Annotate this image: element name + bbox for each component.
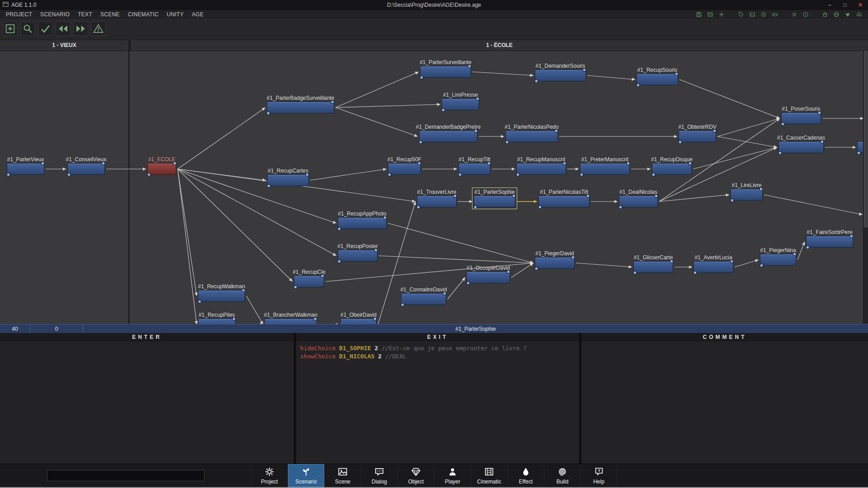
build-icon <box>557 466 567 477</box>
node-1-connaitredavid[interactable]: #1_ConnaitreDavid <box>401 293 446 305</box>
node-1-obeirdavid[interactable]: #1_ObeirDavid <box>340 319 377 324</box>
menu-age[interactable]: AGE <box>188 11 208 18</box>
taskbar: ProjectScenarioSceneDialogObjectPlayerCi… <box>0 464 868 487</box>
node-1-recupsouris[interactable]: #1_RecupSouris <box>637 74 678 85</box>
node-1-dealnicolas[interactable]: #1_DealNicolas <box>619 196 658 207</box>
node-1-occuperdavid[interactable]: #1_OccuperDavid <box>467 272 510 283</box>
node-1-parlervieux[interactable]: #1_ParlerVieux <box>7 163 44 175</box>
graph-scrollbar[interactable] <box>863 51 868 324</box>
menu-items: PROJECTSCENARIOTEXTSCENECINEMATICUNITYAG… <box>0 11 208 18</box>
taskbar-scene[interactable]: Scene <box>324 464 361 487</box>
graph-canvas[interactable]: #1_ParlerVieux#1_ConseilVieux#1_ECOLE#1_… <box>0 51 868 324</box>
menu-cinematic[interactable]: CINEMATIC <box>124 11 163 18</box>
toolbar <box>0 19 868 40</box>
validate-button[interactable] <box>38 21 53 36</box>
node-1-recuppiles[interactable]: #1_RecupPiles <box>198 319 236 324</box>
scene-icon <box>338 466 348 477</box>
svg-text:?: ? <box>598 468 600 473</box>
panel-bodies: hideChoice D1_SOPHIE 2 //Est-ce que je p… <box>0 342 868 464</box>
maximize-button[interactable]: □ <box>837 0 853 10</box>
node-1-trouverlivre[interactable]: #1_TrouverLivre <box>417 196 457 207</box>
add-button[interactable] <box>3 21 18 36</box>
menu-scenario[interactable]: SCENARIO <box>36 11 74 18</box>
node-1-recupdisque[interactable]: #1_RecupDisque <box>652 163 692 175</box>
project-icon <box>264 466 274 477</box>
enter-panel-body[interactable] <box>0 342 294 464</box>
node-1-recupmanuscrit[interactable]: #1_RecupManuscrit <box>516 163 566 175</box>
node-1-brancherwalkman[interactable]: #1_BrancherWalkman <box>264 319 317 324</box>
node-1-demandersouris[interactable]: #1_DemanderSouris <box>535 70 586 81</box>
save-icon[interactable] <box>693 11 704 19</box>
node-1-parlernicolastilt[interactable]: #1_ParlerNicolasTilt <box>538 196 590 207</box>
app-icon <box>3 1 9 9</box>
heart-icon[interactable] <box>842 11 853 19</box>
node-1-demanderbadgepretre[interactable]: #1_DemanderBadgePretre <box>419 131 477 142</box>
zoom-button[interactable] <box>20 21 35 36</box>
node-1-glissercarte[interactable]: #1_GlisserCarte <box>633 261 673 273</box>
node-1-recupwalkman[interactable]: #1_RecupWalkman <box>198 290 245 302</box>
menu-unity[interactable]: UNITY <box>163 11 188 18</box>
info-icon[interactable] <box>800 11 811 19</box>
menu-scene[interactable]: SCENE <box>96 11 124 18</box>
node-1-piegerdavid[interactable]: #1_PiegerDavid <box>535 257 575 269</box>
search-input[interactable] <box>47 470 204 481</box>
node-1-parlernicolaspedo[interactable]: #1_ParlerNicolasPedo <box>505 131 558 142</box>
minimize-button[interactable]: – <box>822 0 837 10</box>
node-1-recupposter[interactable]: #1_RecupPoster <box>338 250 377 262</box>
node-1-parlersurveillante[interactable]: #1_ParlerSurveillante <box>420 66 471 78</box>
exit-panel-body[interactable]: hideChoice D1_SOPHIE 2 //Est-ce que je p… <box>296 342 579 464</box>
taskbar-dialog[interactable]: Dialog <box>361 464 397 487</box>
node-1-parlersophie[interactable]: #1_ParlerSophie <box>474 196 515 207</box>
warnings-button[interactable] <box>91 21 106 36</box>
graph-scrollbar-thumb[interactable] <box>864 51 868 227</box>
taskbar-effect[interactable]: Effect <box>507 464 544 487</box>
node-1-recup50f[interactable]: #1_Recup50F <box>388 163 421 175</box>
node-1-avertirlucia[interactable]: #1_AvertirLucia <box>693 261 733 273</box>
status-node-count: 40 <box>0 324 30 333</box>
node-1-lirepresse[interactable]: #1_LirePresse <box>442 99 479 110</box>
script-line: hideChoice D1_SOPHIE 2 //Est-ce que je p… <box>300 344 575 352</box>
node-1-recupappphoto[interactable]: #1_RecupAppPhoto <box>338 217 387 229</box>
cinematic-icon <box>484 466 494 477</box>
node-1-ecole[interactable]: #1_ECOLE <box>147 163 176 175</box>
node-1-fairesortirpere[interactable]: #1_FaireSortirPere <box>806 236 853 248</box>
section-header-ecole: 1 - ÉCOLE <box>131 40 868 51</box>
brightness-icon[interactable] <box>788 11 800 19</box>
help-icon: ? <box>594 466 604 477</box>
tag-icon[interactable] <box>735 11 746 19</box>
node-1-parlerbadgesurveillante[interactable]: #1_ParlerBadgeSurveillante <box>267 102 334 113</box>
node-1-obtenirrdv[interactable]: #1_ObtenirRDV <box>679 131 716 142</box>
rewind-button[interactable] <box>56 21 71 36</box>
node-1-recuptilt[interactable]: #1_RecupTilt <box>458 163 491 175</box>
comment-panel-body[interactable] <box>581 342 868 464</box>
node-1-pretermanuscrit[interactable]: #1_PreterManuscrit <box>580 163 630 175</box>
node-1-lirelivre[interactable]: #1_LireLivre <box>731 189 763 201</box>
world-icon[interactable] <box>830 11 842 19</box>
taskbar-items: ProjectScenarioSceneDialogObjectPlayerCi… <box>251 464 617 487</box>
node-1-posersouris[interactable]: #1_PoserSouris <box>781 113 821 124</box>
add-icon[interactable] <box>716 11 727 19</box>
node-1-cassercadenas[interactable]: #1_CasserCadenas <box>778 141 824 153</box>
taskbar-scenario[interactable]: Scenario <box>288 464 324 487</box>
forward-button[interactable] <box>73 21 88 36</box>
menu-text[interactable]: TEXT <box>74 11 96 18</box>
taskbar-help[interactable]: ?Help <box>580 464 617 487</box>
taskbar-project[interactable]: Project <box>251 464 288 487</box>
taskbar-object[interactable]: Object <box>397 464 434 487</box>
taskbar-build[interactable]: Build <box>544 464 580 487</box>
taskbar-cinematic[interactable]: Cinematic <box>471 464 507 487</box>
node-1-piegernina[interactable]: #1_PiegerNina <box>760 254 796 266</box>
close-button[interactable]: ✕ <box>853 0 868 10</box>
gamepad-icon[interactable] <box>769 11 780 19</box>
library-icon[interactable] <box>704 11 716 19</box>
node-1-recupcartes[interactable]: #1_RecupCartes <box>267 174 309 186</box>
home-icon[interactable] <box>819 11 830 19</box>
download-icon[interactable] <box>853 11 864 19</box>
target-icon[interactable] <box>758 11 769 19</box>
menu-project[interactable]: PROJECT <box>2 11 36 18</box>
node-1-recupcle[interactable]: #1_RecupCle <box>294 276 324 287</box>
node-1-conseilvieux[interactable]: #1_ConseilVieux <box>67 163 105 175</box>
image-icon[interactable] <box>746 11 758 19</box>
taskbar-player[interactable]: Player <box>434 464 471 487</box>
comment-panel-header: COMMENT <box>581 333 868 342</box>
